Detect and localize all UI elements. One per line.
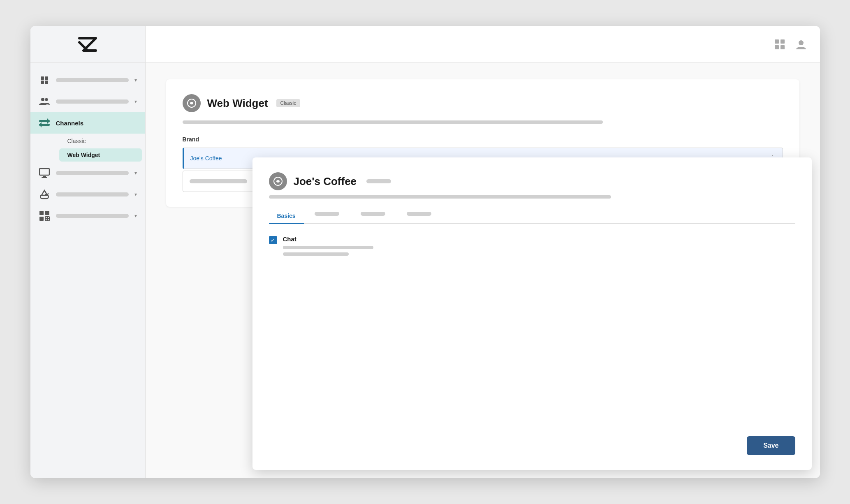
zendesk-logo-icon bbox=[75, 34, 100, 55]
sidebar-item-label-placeholder bbox=[56, 171, 129, 175]
sidebar-item-label-placeholder bbox=[56, 192, 129, 197]
sidebar-item-recycle[interactable]: ▾ bbox=[30, 184, 145, 205]
sidebar-item-label-placeholder bbox=[56, 214, 129, 218]
tab-placeholder-2 bbox=[315, 212, 339, 216]
monitor-icon bbox=[39, 167, 50, 179]
chevron-down-icon: ▾ bbox=[134, 77, 137, 83]
sidebar-logo bbox=[30, 26, 145, 63]
buildings-icon bbox=[39, 74, 50, 86]
sub-nav-item-classic[interactable]: Classic bbox=[59, 134, 142, 148]
chevron-down-icon: ▾ bbox=[134, 99, 137, 104]
main-content: Web Widget Classic Brand Joe's Coffee ⋮ … bbox=[146, 26, 820, 478]
svg-rect-21 bbox=[775, 45, 779, 49]
tab-placeholder-4 bbox=[407, 212, 431, 216]
channels-sub-nav: Classic Web Widget bbox=[30, 134, 145, 162]
svg-rect-10 bbox=[39, 169, 49, 175]
svg-rect-14 bbox=[45, 211, 49, 215]
tab-placeholder-3 bbox=[361, 212, 385, 216]
channels-label: Channels bbox=[56, 120, 84, 127]
grid-plus-icon bbox=[39, 210, 50, 222]
svg-rect-20 bbox=[781, 39, 785, 44]
channels-icon bbox=[39, 117, 50, 129]
grid-view-icon[interactable] bbox=[773, 38, 786, 51]
sub-nav-item-web-widget[interactable]: Web Widget bbox=[59, 148, 142, 162]
chat-checkbox[interactable]: ✓ bbox=[269, 236, 277, 244]
people-icon bbox=[39, 96, 50, 107]
svg-rect-2 bbox=[41, 81, 44, 84]
chat-content: Chat bbox=[283, 236, 373, 256]
svg-rect-13 bbox=[39, 211, 44, 215]
placeholder-bar bbox=[190, 179, 247, 183]
modal-panel: Joe's Coffee Basics bbox=[252, 157, 812, 470]
modal-body: ✓ Chat bbox=[269, 236, 795, 430]
modal-widget-icon bbox=[269, 172, 287, 190]
chat-desc-bar-2 bbox=[283, 252, 349, 256]
save-button[interactable]: Save bbox=[747, 436, 795, 455]
svg-point-23 bbox=[799, 40, 804, 45]
widget-title: Web Widget bbox=[207, 97, 268, 110]
chevron-down-icon: ▾ bbox=[134, 170, 137, 176]
chat-label: Chat bbox=[283, 236, 373, 243]
chevron-down-icon: ▾ bbox=[134, 213, 137, 219]
svg-rect-15 bbox=[39, 217, 44, 221]
browser-window: ▾ ▾ bbox=[30, 26, 820, 478]
sidebar-item-label-placeholder bbox=[56, 99, 129, 104]
web-widget-icon bbox=[183, 94, 201, 112]
svg-rect-19 bbox=[775, 39, 779, 44]
user-profile-icon[interactable] bbox=[794, 38, 808, 51]
widget-header: Web Widget Classic bbox=[183, 94, 783, 112]
chat-desc-bar-1 bbox=[283, 246, 373, 249]
classic-badge: Classic bbox=[276, 99, 301, 107]
svg-rect-22 bbox=[781, 45, 785, 49]
modal-tabs: Basics bbox=[269, 208, 795, 224]
sidebar-item-channels[interactable]: Channels bbox=[30, 112, 145, 134]
svg-rect-3 bbox=[45, 81, 48, 84]
svg-rect-11 bbox=[43, 176, 46, 177]
sidebar-item-buildings[interactable]: ▾ bbox=[30, 69, 145, 91]
modal-badge-placeholder bbox=[366, 179, 391, 183]
svg-point-5 bbox=[45, 98, 48, 101]
modal-footer: Save bbox=[269, 430, 795, 455]
modal-header: Joe's Coffee bbox=[269, 172, 795, 190]
brand-label: Brand bbox=[183, 136, 783, 143]
sidebar-item-monitor[interactable]: ▾ bbox=[30, 162, 145, 184]
chevron-down-icon: ▾ bbox=[134, 192, 137, 197]
sidebar: ▾ ▾ bbox=[30, 26, 146, 478]
page-content: Web Widget Classic Brand Joe's Coffee ⋮ … bbox=[146, 63, 820, 478]
recycle-icon bbox=[39, 189, 50, 200]
svg-rect-1 bbox=[45, 76, 48, 80]
sidebar-item-people[interactable]: ▾ bbox=[30, 91, 145, 112]
svg-marker-8 bbox=[47, 118, 50, 124]
breadcrumb-bar bbox=[183, 120, 603, 124]
modal-sub-bar bbox=[269, 195, 611, 199]
sidebar-navigation: ▾ ▾ bbox=[30, 63, 145, 478]
svg-rect-0 bbox=[41, 76, 44, 80]
chat-section: ✓ Chat bbox=[269, 236, 795, 256]
top-bar bbox=[146, 26, 820, 63]
svg-marker-9 bbox=[39, 122, 42, 127]
sidebar-item-label-placeholder bbox=[56, 78, 129, 82]
svg-rect-12 bbox=[42, 177, 47, 178]
tab-basics[interactable]: Basics bbox=[269, 208, 304, 224]
sidebar-item-grid-plus[interactable]: ▾ bbox=[30, 205, 145, 227]
modal-title: Joe's Coffee bbox=[294, 175, 357, 188]
svg-point-4 bbox=[41, 98, 44, 101]
